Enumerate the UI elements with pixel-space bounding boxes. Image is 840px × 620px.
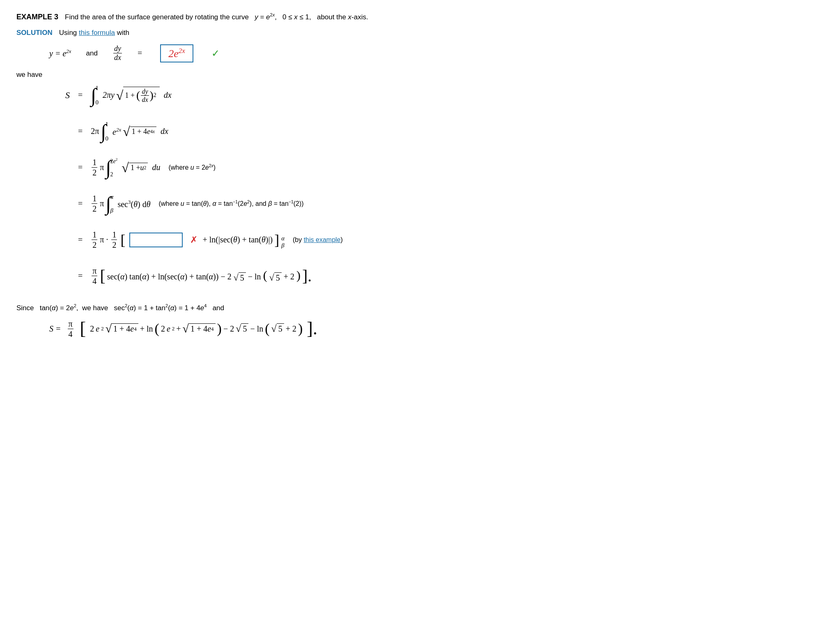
sqrt-content-5-2: 5 xyxy=(274,272,282,283)
eq3-note: (where u = 2e2x) xyxy=(168,164,216,171)
equation-row-6: = π 4 [ sec(α) tan(α) + ln(sec(α) + tan(… xyxy=(49,264,824,288)
final-equation-row: S = π 4 [ 2e2 √ 1 + 4e4 + ln ( 2e2 + √ 1… xyxy=(49,319,824,339)
eq2-equals: = xyxy=(78,127,83,136)
empty-answer-box xyxy=(129,233,183,247)
sqrt-1-4e4: √ 1 + 4e4 xyxy=(106,322,138,335)
final-s-label: S = xyxy=(49,324,61,334)
solution-line: SOLUTION Using this formula with xyxy=(16,29,824,37)
xmark-icon: ✗ xyxy=(190,235,197,245)
eq6-equals: = xyxy=(78,271,83,281)
answer-box: 2e2x xyxy=(160,44,193,62)
equation-row-4: = 1 2 π ∫ α β sec3(θ) dθ (where u = tan(… xyxy=(49,191,824,216)
lower-limit-3: 2 xyxy=(110,171,113,178)
sqrt-2: √ 1 + 4e4x xyxy=(123,125,156,138)
squared-exp: 2 xyxy=(154,92,156,99)
sqrt-content-2: 1 + 4e4x xyxy=(130,127,156,136)
sqrt-symbol-final-2: √ xyxy=(183,322,189,335)
formula-link[interactable]: this formula xyxy=(79,29,115,37)
integral-limits-2: 1 0 xyxy=(106,121,109,142)
upper-limit-3: 2e2 xyxy=(110,157,118,165)
eval-upper-5: α xyxy=(281,235,285,242)
two-pi-y: 2πy xyxy=(103,90,115,100)
sqrt-1: √ 1 + ( dy dx ) 2 xyxy=(116,87,160,104)
fraction-half-1: 1 2 xyxy=(92,157,97,177)
sqrt-content-3: 1 + u2 xyxy=(129,163,148,173)
we-have-text: we have xyxy=(16,71,824,79)
big-paren-open: ( xyxy=(136,90,140,101)
fraction-pi-4-final: π 4 xyxy=(68,319,73,339)
sqrt-5-1: √ 5 xyxy=(234,272,246,283)
y-expression: y = e2x xyxy=(49,48,71,58)
since-line: Since tan(α) = 2e2, we have sec2(α) = 1 … xyxy=(16,303,824,312)
eq3-rhs: 1 2 π ∫ 2e2 2 √ 1 + u2 du (where u = 2e2… xyxy=(91,157,216,178)
solution-text: Using this formula with xyxy=(59,29,129,37)
sqrt-content-final-2: 1 + 4e4 xyxy=(189,323,216,334)
this-example-link[interactable]: this example xyxy=(304,236,341,243)
big-bracket-close-5: ] xyxy=(274,233,279,247)
eq2-rhs: 2π ∫ 1 0 e2x √ 1 + 4e4x dx xyxy=(91,121,168,142)
sqrt-3: √ 1 + u2 xyxy=(122,161,148,174)
eq4-rhs: 1 2 π ∫ α β sec3(θ) dθ (where u = tan(θ)… xyxy=(91,194,303,214)
eq1-equals: = xyxy=(78,90,83,100)
equation-row-5: = 1 2 π · 1 2 [ ✗ + ln(|sec(θ) + tan(θ)|… xyxy=(49,228,824,252)
s-label: S xyxy=(49,90,70,101)
fraction-dy-dx: dy dx xyxy=(113,44,122,62)
sqrt-symbol-5-1: √ xyxy=(234,272,239,283)
dx-1: dx xyxy=(164,90,172,100)
fraction-numerator: dy xyxy=(113,44,122,54)
answer-content: 2e2x xyxy=(168,47,185,60)
fraction-denominator: dx xyxy=(113,53,122,62)
checkmark-icon: ✓ xyxy=(211,48,220,59)
eq1-rhs: ∫ 1 0 2πy √ 1 + ( dy dx ) xyxy=(91,85,171,106)
equation-row-2: = 2π ∫ 1 0 e2x √ 1 + 4e4x dx xyxy=(49,119,824,144)
integral-sign-1: ∫ xyxy=(91,85,96,105)
eval-lower-5: β xyxy=(281,242,284,249)
sec-cubed: sec3(θ) dθ xyxy=(117,199,150,209)
eq5-rhs: 1 2 π · 1 2 [ ✗ + ln(|sec(θ) + tan(θ)|) … xyxy=(91,230,343,250)
sqrt-5-final-2: √ 5 xyxy=(271,323,284,334)
eq5-equals: = xyxy=(78,235,83,244)
sqrt-symbol-3: √ xyxy=(122,161,129,174)
sqrt-content-final-3: 5 xyxy=(241,323,248,334)
and-word: and xyxy=(86,49,98,58)
example-header: EXAMPLE 3 Find the area of the surface g… xyxy=(16,12,824,21)
eq6-content: sec(α) tan(α) + ln(sec(α) + tan(α)) − 2 … xyxy=(107,269,301,283)
plus-ln: + ln(|sec(θ) + tan(θ)|) xyxy=(202,235,273,244)
fraction-half-4: 1 2 xyxy=(111,230,117,250)
dx-2: dx xyxy=(161,127,168,136)
sqrt-symbol-final-1: √ xyxy=(106,322,112,335)
equals-sign: = xyxy=(138,48,142,58)
sqrt-symbol-2: √ xyxy=(123,125,130,138)
integral-limits-4: α β xyxy=(110,194,114,214)
big-bracket-open-final: [ xyxy=(80,320,86,338)
upper-limit-4: α xyxy=(110,194,114,201)
big-bracket-close-final: ]. xyxy=(307,320,317,338)
eq4-note: (where u = tan(θ), α = tan−1(2e2), and β… xyxy=(158,200,303,207)
sqrt-content-1: 1 + ( dy dx ) 2 xyxy=(123,87,159,104)
solution-label: SOLUTION xyxy=(16,29,53,37)
frac2-num: dy xyxy=(141,88,149,96)
big-bracket-close-6: ]. xyxy=(302,268,312,284)
big-bracket-open-5: [ xyxy=(120,233,125,247)
fraction-half-3: 1 2 xyxy=(92,230,97,250)
sqrt-content-final-1: 1 + 4e4 xyxy=(112,323,138,334)
dy-dx-equation-line: y = e2x and dy dx = 2e2x ✓ xyxy=(49,44,824,62)
sqrt-content-5-1: 5 xyxy=(239,272,246,283)
sqrt-symbol-1: √ xyxy=(116,89,124,102)
integral-limits-3: 2e2 2 xyxy=(110,157,118,178)
du: du xyxy=(152,163,160,172)
final-content: 2e2 √ 1 + 4e4 + ln ( 2e2 + √ 1 + 4e4 ) −… xyxy=(90,322,303,336)
sqrt-symbol-final-3: √ xyxy=(236,323,241,334)
eq5-note: (by this example) xyxy=(293,236,343,244)
frac2-den: dx xyxy=(141,96,149,104)
sqrt-symbol-final-4: √ xyxy=(271,323,277,334)
eq3-equals: = xyxy=(78,163,83,172)
problem-text: Find the area of the surface generated b… xyxy=(65,12,368,21)
sqrt-symbol-5-2: √ xyxy=(269,272,274,283)
lower-limit-4: β xyxy=(110,207,113,214)
equation-row-1: S = ∫ 1 0 2πy √ 1 + ( dy xyxy=(49,83,824,108)
lower-limit-2: 0 xyxy=(106,135,109,142)
eval-limits-5: α β xyxy=(281,235,285,250)
big-paren-close: ) xyxy=(150,90,154,101)
sqrt-content-final-4: 5 xyxy=(277,323,284,334)
